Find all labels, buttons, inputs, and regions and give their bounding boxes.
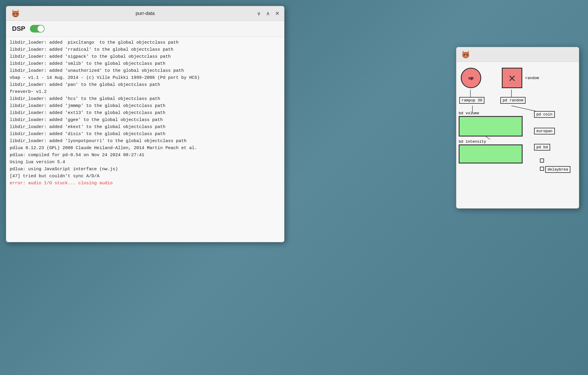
log-line: libdir_loader: added 'pan' to the global… xyxy=(10,81,281,88)
pd-bd-label: pd bd xyxy=(534,144,550,151)
patch-app-icon xyxy=(461,50,470,59)
x-toggle[interactable]: ✕ xyxy=(502,68,522,88)
log-line: libdir_loader: added 'rradical' to the g… xyxy=(10,46,281,53)
svg-point-10 xyxy=(467,54,468,55)
svg-point-3 xyxy=(13,13,15,14)
svg-point-5 xyxy=(15,14,16,16)
dsp-toggle[interactable] xyxy=(30,25,45,33)
title-bar-left xyxy=(11,9,20,18)
delaybrea-label: delaybrea xyxy=(545,166,570,173)
log-line: freeverb~ v1.2 xyxy=(10,88,281,96)
rampup-box[interactable]: rampup 30 xyxy=(459,97,484,104)
log-line: [47] tried but couldn't sync A/D/A xyxy=(10,173,281,180)
log-line: libdir_loader: added 'sigpack' to the gl… xyxy=(10,53,281,60)
europan-box[interactable]: europan xyxy=(534,128,555,134)
log-line: libdir_loader: added 'disis' to the glob… xyxy=(10,131,281,138)
pd-random-label: pd random xyxy=(500,97,526,104)
pd-coin-label: pd coin xyxy=(534,111,555,118)
title-bar: purr-data ∨ ∧ ✕ xyxy=(6,6,284,21)
bd-intensity-container: bd intensity xyxy=(459,139,523,163)
small-box-2[interactable] xyxy=(540,167,544,171)
log-line: pdlua: using JavaScript interface (nw.js… xyxy=(10,166,281,173)
log-line: libdir_loader: added 'unauthorized' to t… xyxy=(10,67,281,74)
up-bang-label: up xyxy=(468,76,473,80)
log-line: Using lua version 5.4 xyxy=(10,159,281,166)
console-area[interactable]: libdir_loader: added pixcltango to the g… xyxy=(6,37,284,242)
log-line: pdlua: compiled for pd-0.54 on Nov 24 20… xyxy=(10,152,281,159)
title-bar-controls: ∨ ∧ ✕ xyxy=(257,11,279,16)
dsp-bar: DSP xyxy=(6,21,284,37)
svg-marker-1 xyxy=(12,9,14,12)
svg-marker-2 xyxy=(17,9,19,12)
window-title: purr-data xyxy=(136,11,155,16)
x-mark-icon: ✕ xyxy=(509,71,516,85)
pd-bd-box[interactable]: pd bd xyxy=(534,144,550,151)
close-button[interactable]: ✕ xyxy=(275,11,279,16)
random-label: random xyxy=(525,76,539,80)
svg-marker-8 xyxy=(467,50,469,53)
log-line: libdir_loader: added 'hcs' to the global… xyxy=(10,96,281,103)
bd-volume-label: bd volume xyxy=(459,111,523,115)
bd-volume-rect[interactable] xyxy=(459,116,523,137)
bd-intensity-rect[interactable] xyxy=(459,144,523,163)
log-line: libdir_loader: added 'lyonpotpourri' to … xyxy=(10,138,281,145)
patch-title-bar xyxy=(456,47,579,62)
patch-window: up rampup 30 ✕ random pd random bd volum… xyxy=(456,47,579,209)
europan-label: europan xyxy=(534,128,555,134)
patch-canvas: up rampup 30 ✕ random pd random bd volum… xyxy=(456,62,579,208)
small-box-icon-2 xyxy=(540,167,544,171)
log-line: error: audio I/O stuck... closing audio xyxy=(10,180,281,187)
small-box-icon-1 xyxy=(540,158,544,163)
log-line: libdir_loader: added 'jmmmp' to the glob… xyxy=(10,103,281,110)
small-box-1[interactable] xyxy=(540,158,544,163)
bd-intensity-label: bd intensity xyxy=(459,139,523,144)
log-line: pdlua 0.12.23 (GPL) 2008 Claude Heiland-… xyxy=(10,145,281,152)
log-line: libdir_loader: added 'smlib' to the glob… xyxy=(10,60,281,67)
maximize-button[interactable]: ∧ xyxy=(266,11,270,16)
delaybrea-box[interactable]: delaybrea xyxy=(545,166,570,173)
random-text: random xyxy=(525,76,539,80)
up-bang[interactable]: up xyxy=(461,68,481,88)
log-line: libdir_loader: added 'ggee' to the globa… xyxy=(10,117,281,124)
bd-volume-container: bd volume xyxy=(459,111,523,137)
pd-coin-box[interactable]: pd coin xyxy=(534,111,555,118)
app-icon xyxy=(11,9,20,18)
log-line: vbap - v1.1 - 14 Aug. 2014 - (c) Ville P… xyxy=(10,74,281,81)
log-line: libdir_loader: added 'ext13' to the glob… xyxy=(10,110,281,117)
pd-random-box[interactable]: pd random xyxy=(500,97,526,104)
main-window: purr-data ∨ ∧ ✕ DSP libdir_loader: added… xyxy=(6,6,284,242)
svg-marker-7 xyxy=(462,50,464,53)
log-line: libdir_loader: added 'ekext' to the glob… xyxy=(10,124,281,131)
minimize-button[interactable]: ∨ xyxy=(257,11,261,16)
log-line: libdir_loader: added pixcltango to the g… xyxy=(10,39,281,46)
rampup-label: rampup 30 xyxy=(459,97,484,104)
svg-point-11 xyxy=(465,55,467,57)
svg-point-4 xyxy=(16,13,18,14)
dsp-label: DSP xyxy=(12,25,25,33)
svg-point-9 xyxy=(464,54,465,55)
